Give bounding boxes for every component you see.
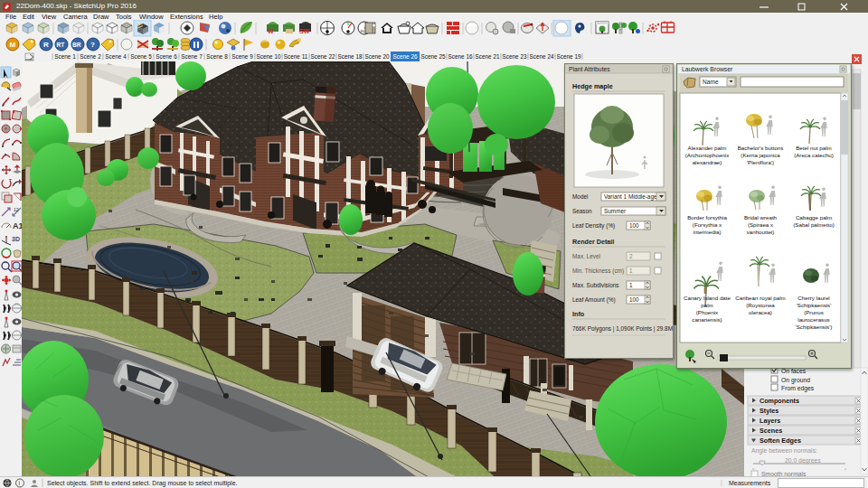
svg-text:A1: A1 (13, 221, 22, 230)
svg-text:vanhouttei): vanhouttei) (747, 229, 775, 235)
svg-text:(Prunus: (Prunus (804, 309, 824, 315)
svg-text:Summer: Summer (604, 208, 627, 214)
svg-text:(Spiraea x: (Spiraea x (748, 221, 774, 228)
svg-text:Alexander palm: Alexander palm (688, 145, 727, 151)
svg-text:Scene 21: Scene 21 (475, 53, 499, 60)
svg-text:Season: Season (572, 208, 592, 214)
svg-text:Scene 18: Scene 18 (337, 53, 362, 60)
svg-text:Name: Name (703, 79, 719, 85)
svg-text:On ground: On ground (781, 377, 810, 384)
svg-text:canariensis): canariensis) (692, 316, 722, 323)
svg-text:'Pleniflora'): 'Pleniflora') (747, 159, 774, 165)
svg-text:Scene 25: Scene 25 (420, 53, 445, 60)
svg-text:From edges: From edges (781, 385, 815, 392)
svg-text:Betel nut palm: Betel nut palm (796, 145, 832, 151)
svg-text:Soften Edges: Soften Edges (760, 436, 801, 445)
svg-text:Plant Attributes: Plant Attributes (569, 66, 610, 72)
svg-text:?: ? (90, 41, 95, 49)
svg-text:Scene 4: Scene 4 (105, 53, 127, 60)
svg-text:Scene 9: Scene 9 (231, 53, 253, 60)
svg-text:3D: 3D (12, 236, 20, 242)
svg-text:Info: Info (572, 310, 585, 318)
svg-text:'Schipkaensis': 'Schipkaensis' (797, 302, 832, 308)
svg-text:Scenes: Scenes (760, 427, 782, 435)
svg-text:SW: SW (299, 28, 310, 34)
svg-text:Bachelor's buttons: Bachelor's buttons (738, 145, 784, 151)
svg-text:(Kerria japonica: (Kerria japonica (741, 152, 780, 158)
svg-text:Cabagge palm: Cabagge palm (796, 214, 832, 221)
svg-text:1: 1 (629, 267, 633, 274)
svg-text:Laubwerk Browser: Laubwerk Browser (682, 66, 733, 72)
svg-text:Scene 11: Scene 11 (284, 53, 308, 60)
svg-text:Scene 2: Scene 2 (80, 53, 101, 60)
svg-text:Cherry laurel: Cherry laurel (797, 295, 829, 301)
svg-text:Max. Level: Max. Level (572, 253, 600, 259)
svg-text:'Schipkaensis'): 'Schipkaensis') (796, 324, 833, 330)
svg-text:100: 100 (629, 222, 639, 229)
svg-text:Styles: Styles (760, 407, 778, 415)
svg-text:(Sabal palmetto): (Sabal palmetto) (793, 221, 834, 228)
svg-text:Scene 5: Scene 5 (130, 53, 152, 60)
svg-text:Scene 7: Scene 7 (181, 53, 203, 60)
svg-text:BR: BR (72, 42, 81, 48)
svg-text:Bridal wreath: Bridal wreath (744, 214, 778, 221)
svg-text:Angle between normals:: Angle between normals: (751, 447, 817, 455)
svg-text:Leaf Amount (%): Leaf Amount (%) (572, 296, 616, 304)
svg-text:M: M (10, 41, 16, 49)
svg-text:Scene 8: Scene 8 (206, 53, 228, 60)
svg-text:alexandrae): alexandrae) (693, 159, 722, 165)
svg-text:R: R (43, 41, 49, 49)
svg-text:766K Polygons | 1,090K Points: 766K Polygons | 1,090K Points | 29.8MB (572, 325, 673, 333)
svg-text:Components: Components (760, 397, 799, 405)
svg-text:Model: Model (572, 193, 588, 200)
svg-text:Scene 23: Scene 23 (502, 53, 526, 60)
svg-text:Border forsythia: Border forsythia (687, 214, 727, 221)
svg-text:i: i (19, 480, 21, 486)
svg-text:(Archontophoenix: (Archontophoenix (685, 152, 730, 158)
svg-text:W: W (268, 28, 274, 34)
svg-text:(Roystonea: (Roystonea (746, 302, 775, 308)
svg-text:Scene 20: Scene 20 (364, 53, 389, 60)
svg-text:Canary Island date: Canary Island date (684, 295, 731, 301)
svg-text:oleracea): oleracea) (749, 309, 772, 315)
svg-text:Scene 1: Scene 1 (54, 53, 76, 60)
svg-text:Scene 6: Scene 6 (156, 53, 177, 60)
svg-text:12: 12 (14, 207, 19, 212)
svg-text:Scene 19: Scene 19 (556, 53, 580, 60)
svg-text:Scene 16: Scene 16 (448, 53, 472, 60)
svg-text:laurocerasus: laurocerasus (797, 316, 829, 323)
svg-text:1: 1 (629, 282, 633, 288)
svg-text:100: 100 (629, 296, 639, 303)
svg-text:Max. Subdivisions: Max. Subdivisions (572, 282, 619, 288)
svg-text:Scene 22: Scene 22 (310, 53, 335, 60)
svg-text:palm: palm (701, 302, 712, 308)
svg-text:Scene 24: Scene 24 (529, 53, 553, 60)
svg-text:(Areca catechu): (Areca catechu) (794, 152, 834, 158)
svg-text:Min. Thickness (cm): Min. Thickness (cm) (572, 267, 624, 275)
svg-text:Layers: Layers (760, 417, 780, 425)
svg-text:RT: RT (57, 42, 65, 48)
svg-text:Leaf Density (%): Leaf Density (%) (572, 222, 615, 230)
svg-text:(Forsythia x: (Forsythia x (693, 221, 722, 228)
svg-text:Caribean royal palm: Caribean royal palm (735, 295, 785, 301)
svg-text:(Phoenix: (Phoenix (696, 309, 719, 315)
svg-text:Variant 1 Middle-aged: Variant 1 Middle-aged (604, 193, 660, 201)
svg-text:Scene 10: Scene 10 (256, 53, 280, 60)
svg-text:Render Detail: Render Detail (572, 238, 614, 246)
svg-text:Scene 26: Scene 26 (392, 53, 417, 60)
svg-text:2: 2 (629, 253, 633, 259)
svg-text:Hedge maple: Hedge maple (572, 82, 613, 90)
svg-text:intermedia): intermedia) (693, 229, 722, 235)
